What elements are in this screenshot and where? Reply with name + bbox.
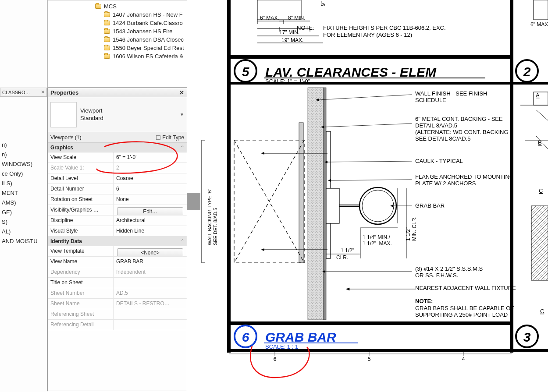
svg-marker-44 [262, 249, 264, 251]
svg-text:6" MAX.: 6" MAX. [260, 15, 279, 21]
prop-visibility-graphics[interactable]: Visibility/Graphics …Edit… [48, 205, 187, 215]
svg-text:19" MAX.: 19" MAX. [281, 37, 303, 43]
svg-text:NOTE:: NOTE: [415, 298, 433, 304]
svg-marker-55 [346, 288, 349, 290]
svg-line-61 [324, 124, 412, 127]
svg-text:1 1/2"MIN. CLR.: 1 1/2"MIN. CLR. [405, 216, 417, 241]
edit-type-button[interactable]: Edit Type [156, 134, 184, 141]
svg-text:C: C [539, 187, 543, 194]
prop-scale-value: Scale Value 1:2 [48, 163, 187, 173]
tree-folder[interactable]: 1407 Johansen HS - New F [51, 11, 186, 19]
svg-rect-83 [531, 206, 548, 280]
section-graphics[interactable]: Graphics⌃ [48, 143, 187, 152]
svg-text:9" M: 9" M [320, 0, 326, 6]
svg-text:NEAREST ADJACENT WALL FIXTURE: NEAREST ADJACENT WALL FIXTURE [415, 285, 516, 291]
svg-rect-15 [534, 0, 548, 20]
svg-text:1 1/2": 1 1/2" [341, 247, 354, 254]
prop-view-name[interactable]: View NameGRAB BAR [48, 257, 187, 267]
prop-discipline[interactable]: DisciplineArchitectural [48, 215, 187, 226]
tree-folder[interactable]: 1543 Johansen HS Fire [51, 27, 186, 35]
panel-title: Properties [50, 89, 78, 96]
svg-text:WALL BACKING TYPE 'B'SEE DET. : WALL BACKING TYPE 'B'SEE DET. 8/AD.5 [207, 189, 218, 245]
svg-text:(3) #14 X 2 1/2" S.S.S.M.SOR S: (3) #14 X 2 1/2" S.S.S.M.SOR SS. F.H.W.S… [415, 265, 483, 279]
svg-text:4: 4 [462, 356, 465, 362]
view-template-button[interactable]: <None> [117, 248, 183, 256]
prop-view-scale[interactable]: View Scale6" = 1'-0" [48, 152, 187, 163]
folder-icon [104, 21, 110, 25]
section-identity[interactable]: Identity Data⌃ [48, 237, 187, 246]
svg-text:GRAB BARS SHALL BE CAPABLE OFS: GRAB BARS SHALL BE CAPABLE OFSUPPORTING … [415, 305, 514, 318]
prop-ref-sheet: Referencing Sheet [48, 309, 187, 320]
folder-icon [104, 54, 110, 59]
svg-text:B: B [538, 139, 542, 146]
svg-text:6" MAX: 6" MAX [530, 21, 548, 28]
svg-text:6" METAL CONT. BACKING - SEEDE: 6" METAL CONT. BACKING - SEEDETAIL 8A/AD… [415, 116, 512, 142]
category-filter-row[interactable]: Viewports (1) Edit Type [48, 132, 187, 143]
svg-text:GRAB BAR: GRAB BAR [415, 202, 445, 209]
close-icon[interactable]: ✕ [179, 89, 184, 96]
prop-rotation[interactable]: Rotation on SheetNone [48, 194, 187, 205]
svg-text:6: 6 [274, 356, 277, 362]
prop-dependency: DependencyIndependent [48, 267, 187, 278]
svg-text:FLANGE ANCHORED TO MOUNTINGPLA: FLANGE ANCHORED TO MOUNTINGPLATE W/ 2 AN… [415, 173, 514, 187]
svg-text:5: 5 [368, 356, 371, 362]
svg-rect-37 [187, 193, 200, 210]
svg-line-60 [319, 95, 412, 100]
tree-folder[interactable]: 1424 Burbank Cafe.Classro [51, 19, 186, 27]
type-thumbnail [50, 102, 77, 127]
prop-title-on-sheet[interactable]: Title on Sheet [48, 278, 187, 288]
svg-text:CAULK - TYPICAL: CAULK - TYPICAL [415, 158, 463, 164]
svg-text:8" MIN.: 8" MIN. [288, 15, 306, 21]
folder-icon [104, 12, 110, 17]
detail-3-number: 3 [523, 330, 531, 344]
detail-5-title: LAV. CLEARANCES - ELEM [265, 65, 437, 79]
svg-text:NOTE:: NOTE: [297, 25, 314, 31]
folder-tree-panel: MCS 1407 Johansen HS - New F 1424 Burban… [47, 0, 190, 88]
folder-icon [95, 4, 101, 9]
svg-text:FIXTURE HEIGHTS PER CBC 11B-60: FIXTURE HEIGHTS PER CBC 11B-606.2, EXC. [323, 25, 446, 31]
prop-sheet-name: Sheet NameDETAILS - RESTRO… [48, 299, 187, 309]
properties-title-bar[interactable]: Properties ✕ [48, 88, 187, 97]
edit-type-icon [156, 135, 160, 140]
collapse-icon: ⌃ [181, 239, 184, 244]
detail-2-number: 2 [523, 64, 531, 79]
svg-text:CLR.: CLR. [336, 254, 348, 261]
tree-folder-mcs[interactable]: MCS [51, 2, 186, 11]
close-icon[interactable]: ✕ [41, 89, 45, 95]
prop-visual-style[interactable]: Visual StyleHidden Line [48, 226, 187, 237]
type-selector[interactable]: Viewport Standard ▼ [48, 97, 187, 132]
folder-icon [104, 29, 110, 34]
svg-text:WALL FINISH - SEE FINISHSCHEDU: WALL FINISH - SEE FINISHSCHEDULE [415, 90, 487, 103]
svg-rect-28 [299, 123, 303, 263]
detail-6-number: 6 [242, 330, 249, 344]
left-categories: n)n) WINDOWS)ce Only) ILS) MENTAMS) GE)S… [0, 140, 44, 246]
tree-folder[interactable]: 1546 Johansen DSA Closec [51, 35, 186, 44]
svg-rect-27 [324, 88, 326, 320]
tree-folder[interactable]: 1606 Wilson ES Cafeteria & [51, 52, 186, 60]
drawing-svg: 5 LAV. CLEARANCES - ELEM SCALE: 1" = 1'-… [187, 0, 548, 392]
properties-panel: Properties ✕ Viewport Standard ▼ Viewpor… [47, 88, 187, 391]
folder-icon [104, 37, 110, 42]
type-name: Viewport Standard [80, 107, 103, 122]
prop-detail-level[interactable]: Detail LevelCoarse [48, 173, 187, 184]
svg-text:FOR ELEMENTARY (AGES 6 - 12): FOR ELEMENTARY (AGES 6 - 12) [323, 32, 412, 38]
tree-folder[interactable]: 1550 Beyer Special Ed Rest [51, 44, 186, 52]
detail-6-title: GRAB BAR [265, 330, 336, 344]
prop-detail-number[interactable]: Detail Number6 [48, 184, 187, 194]
collapse-icon: ⌃ [181, 145, 184, 150]
svg-text:1 1/4" MIN./1 1/2"  MAX.: 1 1/4" MIN./1 1/2" MAX. [363, 234, 392, 247]
svg-marker-43 [262, 152, 264, 154]
detail-6-scale: SCALE: 1 : 1 [265, 343, 298, 350]
drawing-canvas[interactable]: 5 LAV. CLEARANCES - ELEM SCALE: 1" = 1'-… [187, 0, 548, 392]
chevron-down-icon[interactable]: ▼ [180, 112, 184, 117]
svg-rect-40 [326, 188, 339, 223]
prop-ref-detail: Referencing Detail [48, 320, 187, 330]
tab-label: CLASSRO… [2, 90, 30, 95]
svg-text:A: A [536, 92, 540, 99]
svg-text:C: C [540, 308, 544, 314]
svg-line-62 [327, 161, 412, 162]
edit-button[interactable]: Edit… [117, 207, 183, 215]
prop-view-template[interactable]: View Template<None> [48, 246, 187, 257]
detail-5-number: 5 [242, 64, 250, 79]
tab-classroom[interactable]: CLASSRO… ✕ [0, 88, 47, 97]
